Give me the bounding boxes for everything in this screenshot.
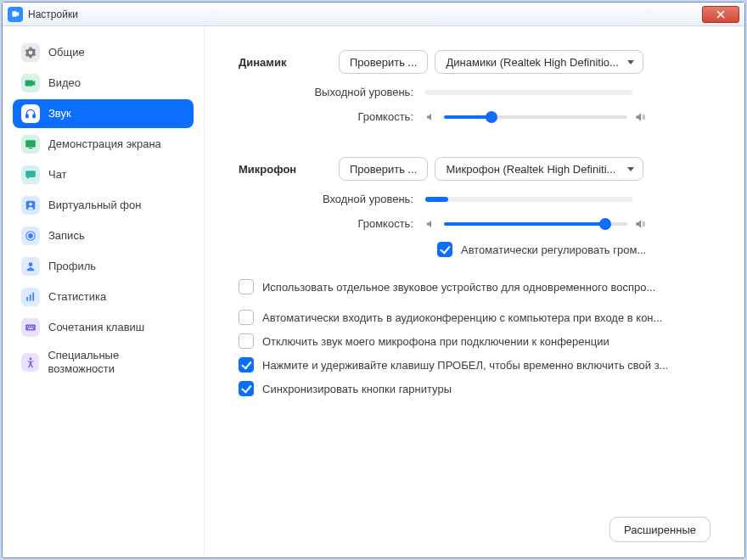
- mute-on-join-checkbox[interactable]: Отключить звук моего микрофона при подкл…: [239, 333, 710, 349]
- svg-rect-12: [27, 326, 28, 327]
- svg-rect-1: [33, 115, 35, 118]
- space-unmute-label: Нажмите и удерживайте клавишу ПРОБЕЛ, чт…: [262, 359, 668, 372]
- advanced-button-label: Расширенные: [624, 524, 696, 536]
- speaker-section-label: Динамик: [239, 56, 339, 69]
- audio-settings-panel: Динамик Проверить ... Динамики (Realtek …: [205, 26, 744, 557]
- checkbox-icon: [239, 333, 254, 349]
- sidebar-item-label: Сочетания клавиш: [48, 321, 144, 334]
- sidebar-item-recording[interactable]: Запись: [13, 221, 194, 250]
- close-button[interactable]: [702, 6, 739, 23]
- input-level-label: Входной уровень:: [239, 193, 425, 205]
- speaker-device-value: Динамики (Realtek High Definitio...: [446, 56, 618, 69]
- separate-device-checkbox[interactable]: Использовать отдельное звуковое устройст…: [239, 279, 710, 294]
- mic-volume-slider[interactable]: [444, 222, 627, 226]
- mic-device-select[interactable]: Микрофон (Realtek High Definiti...: [435, 157, 643, 181]
- volume-low-icon: [425, 219, 437, 229]
- svg-rect-10: [32, 293, 34, 301]
- mic-device-value: Микрофон (Realtek High Definiti...: [446, 163, 615, 176]
- auto-adjust-mic-checkbox[interactable]: Автоматически регулировать гром...: [437, 242, 646, 257]
- output-level-label: Выходной уровень:: [239, 86, 425, 98]
- volume-high-icon: [634, 218, 646, 230]
- separate-device-label: Использовать отдельное звуковое устройст…: [262, 281, 655, 294]
- mute-on-join-label: Отключить звук моего микрофона при подкл…: [262, 335, 609, 348]
- sidebar-item-shortcuts[interactable]: Сочетания клавиш: [13, 313, 194, 342]
- test-speaker-button[interactable]: Проверить ...: [339, 50, 428, 74]
- svg-rect-2: [25, 140, 36, 147]
- test-speaker-label: Проверить ...: [350, 56, 417, 69]
- svg-rect-8: [26, 297, 28, 301]
- accessibility-icon: [21, 353, 39, 372]
- window-title: Настройки: [28, 8, 78, 20]
- advanced-button[interactable]: Расширенные: [609, 517, 710, 542]
- svg-point-17: [29, 357, 31, 360]
- sidebar-item-audio[interactable]: Звук: [13, 99, 194, 128]
- sidebar-item-label: Запись: [48, 229, 85, 243]
- svg-rect-16: [28, 328, 33, 329]
- sidebar-item-label: Статистика: [48, 290, 106, 304]
- speaker-volume-label: Громкость:: [239, 110, 425, 123]
- sidebar-item-video[interactable]: Видео: [13, 69, 194, 98]
- volume-low-icon: [425, 112, 437, 122]
- space-unmute-checkbox[interactable]: Нажмите и удерживайте клавишу ПРОБЕЛ, чт…: [239, 357, 710, 372]
- headphones-icon: [21, 104, 40, 123]
- auto-join-audio-label: Автоматически входить в аудиоконференцию…: [262, 311, 662, 324]
- sidebar-item-accessibility[interactable]: Специальные возможности: [13, 344, 194, 380]
- sidebar-item-label: Специальные возможности: [48, 349, 185, 375]
- sidebar-item-label: Профиль: [48, 260, 96, 273]
- sync-headset-label: Синхронизировать кнопки гарнитуры: [262, 383, 452, 395]
- share-screen-icon: [21, 135, 40, 154]
- virtual-bg-icon: [21, 196, 40, 215]
- svg-rect-14: [31, 326, 32, 327]
- app-icon: [8, 7, 23, 22]
- sync-headset-checkbox[interactable]: Синхронизировать кнопки гарнитуры: [239, 381, 710, 396]
- sidebar-item-profile[interactable]: Профиль: [13, 252, 194, 281]
- sidebar-item-label: Демонстрация экрана: [48, 137, 161, 151]
- speaker-volume-slider[interactable]: [444, 115, 627, 119]
- svg-point-6: [29, 234, 33, 238]
- speaker-device-select[interactable]: Динамики (Realtek High Definitio...: [435, 50, 643, 74]
- svg-rect-9: [30, 294, 31, 301]
- recording-icon: [21, 227, 40, 245]
- sidebar-item-statistics[interactable]: Статистика: [13, 283, 194, 311]
- mic-volume-label: Громкость:: [239, 217, 425, 230]
- volume-high-icon: [634, 111, 646, 123]
- sidebar-item-label: Видео: [48, 76, 81, 90]
- checkbox-icon: [239, 381, 254, 396]
- titlebar: Настройки: [3, 3, 744, 26]
- auto-adjust-mic-label: Автоматически регулировать гром...: [461, 244, 646, 256]
- mic-input-level-meter: [425, 197, 632, 202]
- checkbox-icon: [239, 310, 254, 325]
- gear-icon: [21, 43, 40, 62]
- profile-icon: [21, 257, 40, 276]
- auto-join-audio-checkbox[interactable]: Автоматически входить в аудиоконференцию…: [239, 310, 710, 325]
- sidebar-item-share-screen[interactable]: Демонстрация экрана: [13, 130, 194, 159]
- speaker-output-level-meter: [425, 90, 632, 95]
- checkbox-icon: [437, 242, 452, 257]
- sidebar-item-label: Звук: [48, 107, 71, 120]
- sidebar-item-label: Чат: [48, 168, 67, 182]
- test-mic-label: Проверить ...: [350, 163, 417, 176]
- sidebar-item-label: Виртуальный фон: [48, 199, 141, 212]
- sidebar-item-chat[interactable]: Чат: [13, 160, 194, 189]
- statistics-icon: [21, 288, 40, 306]
- sidebar-item-label: Общие: [48, 46, 85, 59]
- keyboard-icon: [21, 318, 40, 337]
- svg-point-4: [29, 203, 32, 206]
- checkbox-icon: [239, 357, 254, 372]
- test-mic-button[interactable]: Проверить ...: [339, 157, 428, 181]
- chat-icon: [21, 165, 40, 184]
- video-icon: [21, 74, 40, 92]
- svg-rect-15: [33, 326, 34, 327]
- sidebar-item-general[interactable]: Общие: [13, 38, 194, 67]
- svg-rect-11: [25, 325, 36, 331]
- checkbox-icon: [239, 279, 254, 294]
- mic-section-label: Микрофон: [239, 163, 339, 176]
- svg-rect-0: [26, 115, 28, 118]
- settings-sidebar: Общие Видео Звук Демонстрация экрана: [3, 26, 205, 557]
- sidebar-item-virtual-bg[interactable]: Виртуальный фон: [13, 191, 194, 220]
- svg-rect-13: [29, 326, 30, 327]
- svg-point-7: [29, 262, 33, 266]
